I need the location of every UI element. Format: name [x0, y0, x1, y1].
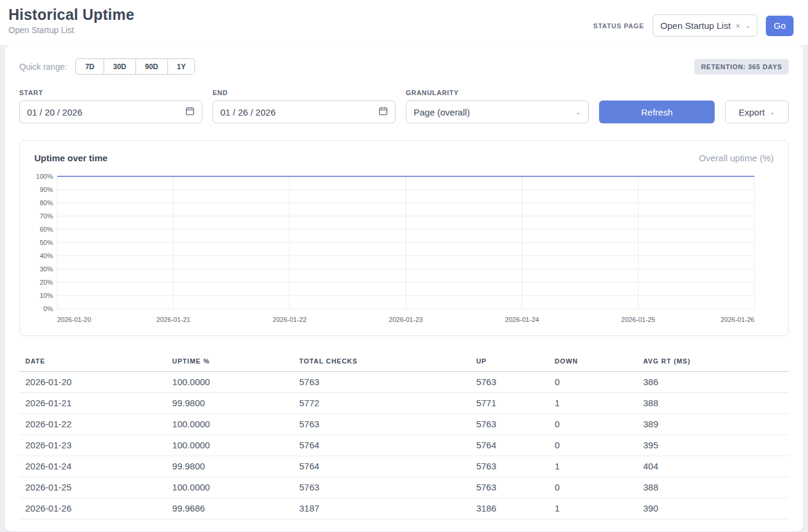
end-date-field: END 01 / 26 / 2026 [213, 89, 396, 123]
table-cell: 2026-01-23 [19, 435, 166, 456]
table-cell: 100.0000 [166, 372, 293, 393]
chevron-down-icon: ⌄ [576, 108, 581, 116]
y-axis-tick-label: 90% [40, 186, 53, 193]
y-axis-tick-label: 10% [40, 292, 53, 299]
table-cell: 5763 [470, 477, 549, 498]
quick-range-buttons: 7D30D90D1Y [75, 58, 195, 75]
table-cell: 5772 [293, 393, 470, 414]
table-row: 2026-01-22100.0000576357630389 [19, 414, 789, 435]
table-cell: 2026-01-26 [19, 498, 166, 519]
table-cell: 1 [549, 498, 637, 519]
table-cell: 1 [549, 456, 637, 477]
table-cell: 99.9800 [166, 393, 293, 414]
table-cell: 404 [637, 456, 789, 477]
y-axis-tick-label: 100% [36, 173, 53, 180]
end-date-value: 01 / 26 / 2026 [220, 107, 276, 117]
y-axis-tick-label: 50% [40, 239, 53, 246]
start-date-label: START [19, 89, 202, 96]
table-column-header: UPTIME % [166, 351, 293, 372]
granularity-select[interactable]: Page (overall) ⌄ [406, 101, 589, 123]
table-column-header: DATE [19, 351, 166, 372]
table-cell: 2026-01-20 [19, 372, 166, 393]
uptime-line-chart: 100%90%80%70%60%50%40%30%20%10%0%2026-01… [32, 172, 776, 328]
y-axis-tick-label: 60% [40, 226, 53, 233]
chart-header: Uptime over time Overall uptime (%) [32, 153, 776, 163]
x-axis-tick-label: 2026-01-25 [621, 316, 655, 323]
table-column-header: UP [470, 351, 549, 372]
x-axis-tick-label: 2026-01-21 [157, 316, 190, 323]
table-cell: 1 [549, 393, 637, 414]
quick-range-30d[interactable]: 30D [104, 58, 136, 75]
quick-range-7d[interactable]: 7D [75, 58, 104, 75]
granularity-field: GRANULARITY Page (overall) ⌄ [406, 89, 589, 123]
table-cell: 0 [549, 435, 637, 456]
status-page-label: STATUS PAGE [593, 22, 644, 29]
page-title: Historical Uptime [8, 6, 134, 23]
table-cell: 2026-01-25 [19, 477, 166, 498]
table-cell: 395 [637, 435, 789, 456]
table-cell: 100.0000 [166, 477, 293, 498]
table-cell: 390 [637, 498, 789, 519]
table-row: 2026-01-2199.9800577257711388 [19, 393, 789, 414]
end-date-label: END [213, 89, 396, 96]
y-axis-tick-label: 70% [40, 212, 53, 220]
table-cell: 5763 [293, 372, 470, 393]
retention-badge: RETENTION: 365 DAYS [694, 59, 789, 75]
uptime-table: DATEUPTIME %TOTAL CHECKSUPDOWNAVG RT (MS… [19, 351, 789, 519]
y-axis-tick-label: 30% [40, 265, 53, 273]
chevron-down-icon: ⌄ [769, 108, 775, 116]
table-cell: 5763 [293, 414, 470, 435]
y-axis-tick-label: 40% [40, 252, 53, 259]
table-cell: 5763 [293, 477, 470, 498]
calendar-icon[interactable] [185, 107, 194, 118]
x-axis-tick-label: 2026-01-20 [57, 316, 91, 323]
x-axis-tick-label: 2026-01-23 [389, 316, 423, 323]
start-date-input[interactable]: 01 / 20 / 2026 [19, 101, 202, 123]
chevron-down-icon: ⌄ [745, 22, 751, 29]
table-cell: 0 [549, 414, 637, 435]
status-page-selected-value: Open Startup List [660, 20, 731, 31]
table-row: 2026-01-25100.0000576357630388 [19, 477, 789, 498]
table-cell: 5763 [470, 372, 549, 393]
calendar-icon[interactable] [379, 107, 388, 118]
export-button-label: Export [739, 107, 765, 117]
topbar-right: STATUS PAGE Open Startup List × ⌄ Go [593, 14, 794, 37]
table-cell: 100.0000 [166, 414, 293, 435]
table-cell: 5764 [293, 435, 470, 456]
quick-range-1y[interactable]: 1Y [167, 58, 196, 75]
granularity-selected-value: Page (overall) [414, 107, 470, 117]
uptime-chart-card: Uptime over time Overall uptime (%) 100%… [19, 140, 789, 336]
refresh-button[interactable]: Refresh [599, 101, 715, 123]
start-date-value: 01 / 20 / 2026 [27, 107, 82, 117]
table-column-header: DOWN [549, 351, 637, 372]
end-date-input[interactable]: 01 / 26 / 2026 [213, 101, 396, 123]
quick-range-row: Quick range: 7D30D90D1Y RETENTION: 365 D… [19, 58, 789, 75]
table-cell: 0 [549, 372, 637, 393]
table-row: 2026-01-2499.9800576457631404 [19, 456, 789, 477]
table-cell: 388 [637, 477, 789, 498]
table-cell: 2026-01-22 [19, 414, 166, 435]
table-cell: 5764 [293, 456, 470, 477]
y-axis-tick-label: 80% [40, 199, 53, 206]
table-cell: 3186 [470, 498, 549, 519]
table-cell: 99.9686 [166, 498, 293, 519]
table-cell: 5764 [470, 435, 549, 456]
table-cell: 389 [637, 414, 789, 435]
controls-row: START 01 / 20 / 2026 END 01 / 26 / 2026 … [19, 89, 789, 123]
table-row: 2026-01-23100.0000576457640395 [19, 435, 789, 456]
table-cell: 5771 [470, 393, 549, 414]
clear-icon[interactable]: × [736, 22, 741, 30]
start-date-field: START 01 / 20 / 2026 [19, 89, 202, 123]
table-row: 2026-01-20100.0000576357630386 [19, 372, 789, 393]
granularity-label: GRANULARITY [406, 89, 589, 96]
export-button[interactable]: Export ⌄ [725, 101, 789, 123]
status-page-select[interactable]: Open Startup List × ⌄ [653, 14, 757, 37]
x-axis-tick-label: 2026-01-24 [505, 316, 539, 323]
quick-range-90d[interactable]: 90D [135, 58, 168, 75]
chart-legend: Overall uptime (%) [699, 153, 774, 163]
chart-svg: 100%90%80%70%60%50%40%30%20%10%0%2026-01… [32, 172, 775, 326]
table-cell: 2026-01-21 [19, 393, 166, 414]
chart-title: Uptime over time [34, 153, 108, 163]
table-column-header: AVG RT (MS) [637, 351, 789, 372]
go-button[interactable]: Go [766, 16, 794, 36]
